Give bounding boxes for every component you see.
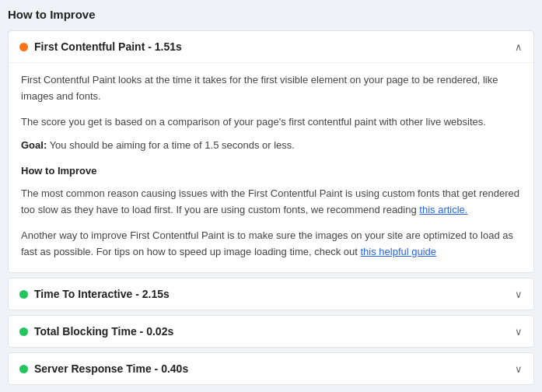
accordion-tti-header-left: Time To Interactive - 2.15s <box>19 288 170 300</box>
fcp-goal: Goal: You should be aiming for a time of… <box>21 138 521 154</box>
tbt-chevron: ∨ <box>515 326 523 338</box>
fcp-status-dot <box>19 43 28 51</box>
accordion-srt-header[interactable]: Server Response Time - 0.40s ∨ <box>9 353 533 384</box>
fcp-para4-link[interactable]: this helpful guide <box>360 246 436 257</box>
accordion-fcp-header[interactable]: First Contentful Paint - 1.51s ∧ <box>9 31 533 62</box>
fcp-goal-text: You should be aiming for a time of 1.5 s… <box>50 139 295 151</box>
accordion-fcp-header-left: First Contentful Paint - 1.51s <box>19 40 182 53</box>
tbt-title: Total Blocking Time - 0.02s <box>34 325 173 338</box>
fcp-para4: Another way to improve First Contentful … <box>21 228 521 261</box>
fcp-chevron: ∧ <box>515 41 523 53</box>
accordion-tbt-header[interactable]: Total Blocking Time - 0.02s ∨ <box>9 316 533 347</box>
srt-chevron: ∨ <box>515 363 523 375</box>
accordion-srt: Server Response Time - 0.40s ∨ <box>8 352 534 385</box>
fcp-para4-text: Another way to improve First Contentful … <box>21 229 513 257</box>
fcp-how-to-improve-heading: How to Improve <box>21 165 521 177</box>
tbt-status-dot <box>19 327 28 336</box>
accordion-tbt: Total Blocking Time - 0.02s ∨ <box>8 315 534 348</box>
fcp-para1: First Contentful Paint looks at the time… <box>21 72 521 105</box>
fcp-para3: The most common reason causing issues wi… <box>21 186 521 219</box>
fcp-title: First Contentful Paint - 1.51s <box>34 40 182 53</box>
fcp-body: First Contentful Paint looks at the time… <box>9 62 533 272</box>
tti-title: Time To Interactive - 2.15s <box>34 288 170 300</box>
accordion-fcp: First Contentful Paint - 1.51s ∧ First C… <box>8 30 534 273</box>
main-container: How to Improve First Contentful Paint - … <box>0 0 542 392</box>
accordion-tbt-header-left: Total Blocking Time - 0.02s <box>19 325 173 338</box>
accordion-tti: Time To Interactive - 2.15s ∨ <box>8 278 534 310</box>
tti-chevron: ∨ <box>515 289 523 300</box>
srt-title: Server Response Time - 0.40s <box>34 362 188 375</box>
page-title: How to Improve <box>8 6 534 23</box>
fcp-goal-label: Goal: <box>21 139 47 151</box>
tti-status-dot <box>19 290 28 299</box>
srt-status-dot <box>19 365 28 373</box>
fcp-para2: The score you get is based on a comparis… <box>21 114 521 131</box>
fcp-para3-link[interactable]: this article. <box>419 204 467 215</box>
accordion-tti-header[interactable]: Time To Interactive - 2.15s ∨ <box>9 278 533 310</box>
accordion-srt-header-left: Server Response Time - 0.40s <box>19 362 188 375</box>
